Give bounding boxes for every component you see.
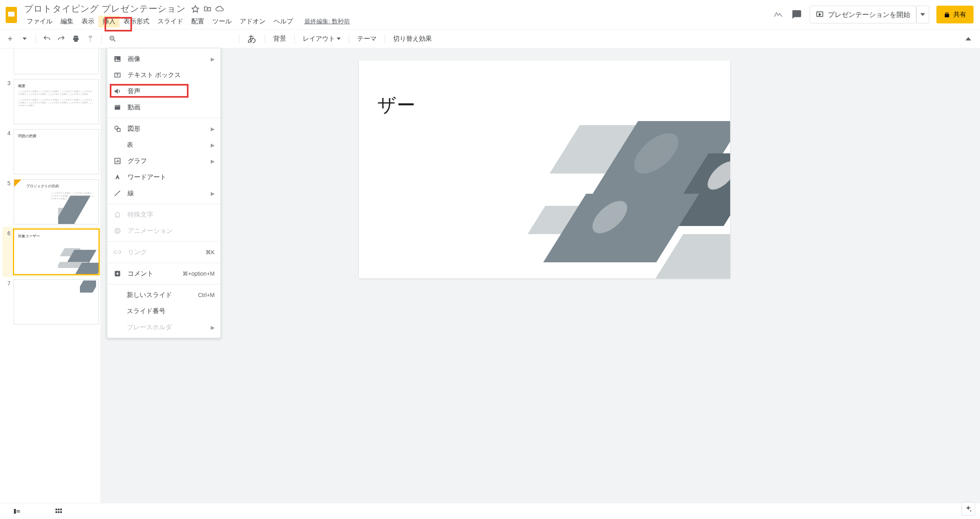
new-slide-caret[interactable] [19,33,31,45]
shape-icon [113,124,122,133]
background-button[interactable]: 背景 [270,35,289,43]
menu-slide[interactable]: スライド [153,16,187,27]
svg-rect-19 [56,511,57,513]
theme-button[interactable]: テーマ [354,35,380,43]
share-button-label: 共有 [953,10,966,19]
slide-thumb-3[interactable]: 3 概要 ここにテキストを挿入 ここにテキストを挿入 ここにテキストを挿入 ここ… [2,77,101,127]
slide-thumbnail-panel[interactable]: 3 概要 ここにテキストを挿入 ここにテキストを挿入 ここにテキストを挿入 ここ… [0,48,101,503]
svg-rect-16 [56,509,57,510]
chart-icon [113,157,122,165]
menu-format[interactable]: 表示形式 [119,16,153,27]
dd-image[interactable]: 画像 ▶ [107,51,220,67]
dd-audio[interactable]: 音声 [107,83,220,99]
redo-button[interactable] [55,33,67,45]
svg-point-11 [115,228,120,233]
menu-view[interactable]: 表示 [77,16,98,27]
explore-button[interactable] [961,502,975,516]
dd-shape[interactable]: 図形▶ [107,121,220,137]
audio-icon [113,87,122,96]
special-char-icon [113,210,122,219]
link-icon [113,248,122,257]
current-slide[interactable]: ザー [359,61,730,278]
present-dropdown-caret[interactable] [916,6,929,23]
dd-video[interactable]: 動画 [107,99,220,115]
menu-help[interactable]: ヘルプ [270,16,297,27]
svg-rect-17 [58,509,59,510]
slide-title-partial: ザー [377,93,416,118]
star-icon[interactable] [191,5,199,13]
toolbar: あ 背景 レイアウト テーマ 切り替え効果 [0,29,980,48]
menu-insert[interactable]: 挿入 [98,16,119,27]
svg-rect-15 [17,511,20,512]
svg-rect-21 [60,511,62,513]
undo-button[interactable] [41,33,53,45]
svg-rect-18 [60,509,62,510]
slide-thumb-5[interactable]: 5 プロジェクトの目的 ここにテキストを挿入 ここにテキストを挿入 ここにテキス… [2,177,101,227]
zoom-button[interactable] [107,33,119,45]
collapse-toolbar-button[interactable] [962,33,974,45]
line-icon [113,189,122,198]
present-button[interactable]: プレゼンテーションを開始 [810,6,916,23]
textbox-icon [113,71,122,80]
slide-thumb-2-partial[interactable] [2,48,101,77]
slide-image-collage [512,109,730,278]
dd-special: 特殊文字 [107,207,220,223]
svg-point-10 [116,230,119,232]
dd-table[interactable]: 表▶ [107,137,220,153]
layout-button[interactable]: レイアウト [299,35,344,43]
footer-bar [0,503,980,519]
slide-canvas-area[interactable]: ザー [101,48,980,503]
print-button[interactable] [70,33,82,45]
slides-app-logo[interactable] [3,4,19,26]
paint-format-button[interactable] [84,33,96,45]
grid-view-icon[interactable] [54,507,63,515]
dd-link: リンク ⌘K [107,244,220,260]
dd-textbox[interactable]: テキスト ボックス [107,67,220,83]
image-icon [113,54,122,63]
cloud-status-icon[interactable] [216,5,224,13]
input-method-indicator[interactable]: あ [244,33,260,45]
insert-dropdown-menu: 画像 ▶ テキスト ボックス 音声 動画 図形▶ 表▶ グラフ▶ ワー [107,48,220,338]
wordart-icon [113,173,122,182]
animation-icon [113,226,122,235]
submenu-arrow-icon: ▶ [211,56,215,62]
menu-edit[interactable]: 編集 [57,16,77,27]
menu-file[interactable]: ファイル [23,16,57,27]
svg-point-7 [115,126,118,129]
share-button[interactable]: 共有 [936,6,974,23]
activity-icon[interactable] [773,9,784,20]
menu-tools[interactable]: ツール [208,16,236,27]
transition-button[interactable]: 切り替え効果 [390,35,435,43]
last-edit-link[interactable]: 最終編集: 数秒前 [304,18,350,25]
new-slide-button[interactable] [4,33,16,45]
svg-rect-14 [17,510,20,511]
dd-newslide[interactable]: 新しいスライド Ctrl+M [107,287,220,303]
svg-rect-20 [58,511,59,513]
dd-line[interactable]: 線▶ [107,185,220,201]
svg-point-5 [115,57,117,59]
dd-chart[interactable]: グラフ▶ [107,153,220,169]
move-to-folder-icon[interactable] [203,5,211,13]
dd-comment[interactable]: コメント ⌘+option+M [107,266,220,282]
dd-placeholder: プレースホルダ▶ [107,319,220,335]
menu-addons[interactable]: アドオン [236,16,270,27]
filmstrip-view-icon[interactable] [12,507,22,515]
dd-slidenum[interactable]: スライド番号 [107,303,220,319]
comments-icon[interactable] [791,9,802,20]
menu-arrange[interactable]: 配置 [187,16,208,27]
svg-rect-1 [8,12,15,17]
present-button-label: プレゼンテーションを開始 [828,10,910,19]
video-icon [113,103,122,112]
dd-animation: アニメーション [107,223,220,239]
svg-rect-13 [14,509,16,514]
slide-thumb-6[interactable]: 6 対象ユーザー [2,227,101,277]
comment-add-icon [113,269,122,278]
document-title[interactable]: プロトタイピング プレゼンテーション [23,2,187,16]
slide-thumb-7[interactable]: 7 [2,277,101,327]
slide-thumb-4[interactable]: 4 問題の把握 [2,127,101,177]
dd-wordart[interactable]: ワードアート [107,169,220,185]
